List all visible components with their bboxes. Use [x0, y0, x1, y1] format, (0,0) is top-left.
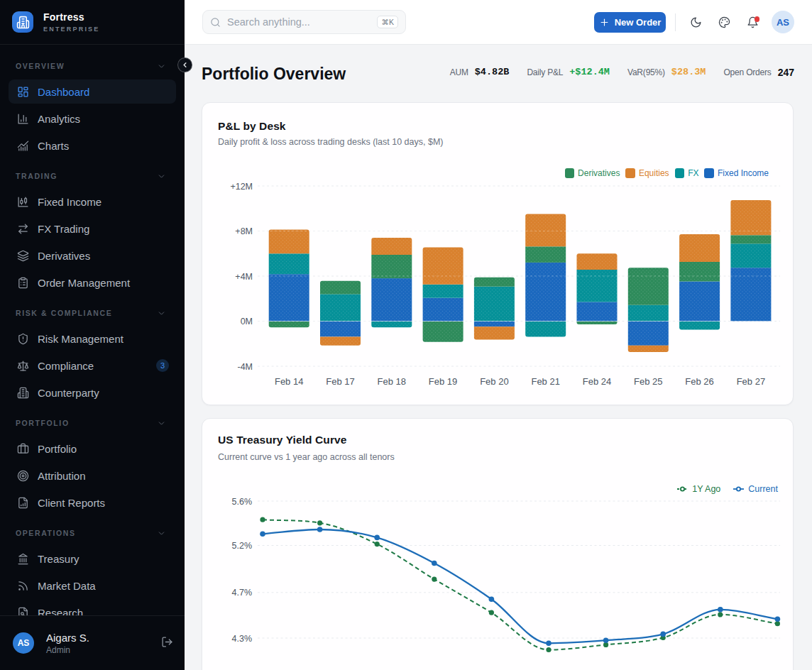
svg-text:Feb 20: Feb 20 [480, 376, 508, 387]
svg-text:4.3%: 4.3% [232, 634, 253, 644]
svg-text:Feb 14: Feb 14 [275, 376, 303, 387]
svg-text:Feb 17: Feb 17 [326, 376, 354, 387]
svg-text:+8M: +8M [235, 226, 253, 236]
svg-text:0M: 0M [241, 317, 253, 326]
svg-text:Feb 19: Feb 19 [429, 376, 457, 387]
svg-text:Feb 27: Feb 27 [737, 376, 765, 387]
svg-text:+4M: +4M [235, 272, 253, 282]
svg-text:+12M: +12M [230, 182, 253, 192]
svg-text:Feb 26: Feb 26 [685, 376, 713, 387]
svg-text:5.2%: 5.2% [232, 541, 253, 551]
svg-text:Feb 18: Feb 18 [378, 376, 406, 387]
svg-text:5.6%: 5.6% [232, 497, 253, 507]
svg-text:Feb 21: Feb 21 [531, 376, 559, 387]
svg-text:-4M: -4M [237, 362, 253, 372]
svg-text:4.7%: 4.7% [232, 588, 253, 598]
svg-text:Feb 24: Feb 24 [583, 376, 611, 387]
svg-text:Feb 25: Feb 25 [634, 376, 662, 387]
